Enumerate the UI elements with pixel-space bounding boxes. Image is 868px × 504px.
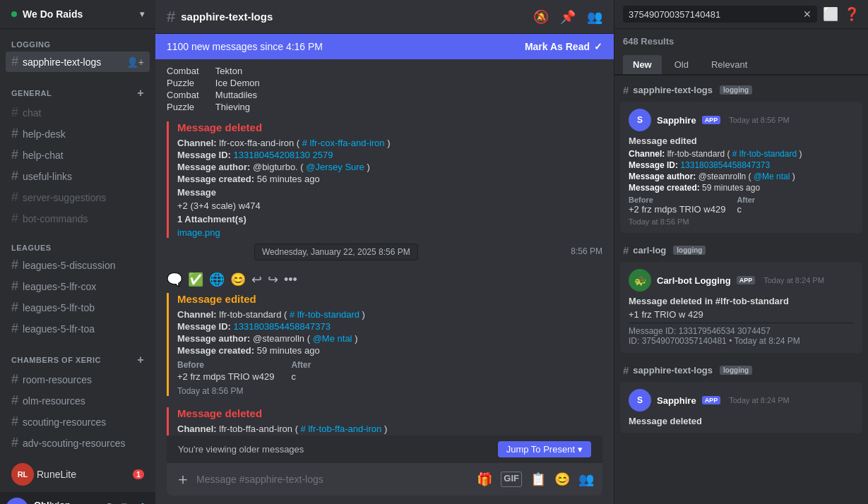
timestamp: Today at 8:24 PM — [729, 396, 790, 404]
channel-name: help-desk — [23, 128, 66, 140]
avatar: S — [629, 389, 651, 412]
add-member-icon: 👤+ — [126, 56, 144, 68]
tab-relevant[interactable]: Relevant — [701, 55, 757, 74]
message-input-wrapper: ＋ 🎁 GIF 📋 😊 👥 — [167, 463, 602, 496]
channel-link[interactable]: # lfr-tob-ffa-and-iron — [301, 424, 382, 434]
result-message-3[interactable]: S Sapphire APP Today at 8:24 PM Message … — [620, 382, 862, 433]
channel-link[interactable]: # lfr-tob-standard — [732, 149, 797, 159]
channel-link[interactable]: # lfr-cox-ffa-and-iron — [302, 138, 385, 148]
channel-link[interactable]: # lfr-tob-standard — [290, 309, 359, 320]
channel-item-bot-commands[interactable]: # bot-commands — [6, 208, 150, 229]
window-icon[interactable]: ⬜ — [823, 6, 838, 22]
runelite-label: RuneLite — [37, 469, 76, 480]
redo-icon[interactable]: ↪ — [268, 272, 278, 287]
help-icon[interactable]: ❓ — [844, 6, 860, 22]
date-tooltip: Wednesday, January 22, 2025 8:56 PM — [254, 244, 418, 260]
chat-messages[interactable]: CombatTekton PuzzleIce Demon CombatMutta… — [155, 59, 614, 436]
channel-item-server-suggestions[interactable]: # server-suggestions — [6, 187, 150, 208]
timestamp: Today at 8:24 PM — [763, 276, 824, 284]
result-title: Message edited — [629, 136, 854, 146]
gif-icon[interactable]: GIF — [501, 472, 522, 487]
hash-icon: # — [11, 211, 18, 226]
attachment-link[interactable]: image.png — [177, 227, 602, 238]
channel-item-adv-scouting-resources[interactable]: # adv-scouting-resources — [6, 433, 150, 453]
id-meta: ID: 375490700357140481 • Today at 8:24 P… — [629, 336, 854, 346]
table-row: PuzzleIce Demon — [167, 77, 280, 89]
search-results[interactable]: # sapphire-text-logs logging S Sapphire … — [614, 76, 868, 504]
channel-item-help-desk[interactable]: # help-desk — [6, 124, 150, 144]
channel-item-chat[interactable]: # chat — [6, 102, 150, 123]
people-icon[interactable]: 👥 — [578, 472, 594, 487]
sticker-icon[interactable]: 📋 — [530, 472, 546, 487]
leagues-section-label: LEAGUES — [6, 244, 150, 252]
user-panel: O Oblivion Invisible 🎤 🎧 ⚙️ — [0, 492, 155, 504]
pin-icon[interactable]: 📌 — [560, 9, 576, 25]
channel-item-sapphire-text-logs[interactable]: # sapphire-text-logs 👤+ — [6, 52, 150, 72]
message-id-link[interactable]: 1331803854458847373 — [234, 321, 331, 332]
tab-new[interactable]: New — [623, 55, 662, 74]
channel-item-scouting-resources[interactable]: # scouting-resources — [6, 412, 150, 432]
checkmark-icon[interactable]: ✅ — [188, 272, 203, 287]
channel-item-useful-links[interactable]: # useful-links — [6, 166, 150, 186]
add-channel-button[interactable]: + — [137, 87, 144, 100]
result-title: Message deleted in #lfr-tob-standard — [629, 296, 854, 306]
server-header[interactable]: We Do Raids ▾ — [0, 0, 155, 29]
channel-item-leagues-5-lfr-tob[interactable]: # leagues-5-lfr-tob — [6, 297, 150, 318]
channel-item-help-chat[interactable]: # help-chat — [6, 145, 150, 165]
tab-old[interactable]: Old — [665, 55, 698, 74]
channel-item-olm-resources[interactable]: # olm-resources — [6, 390, 150, 411]
channel-name: leagues-5-lfr-toa — [23, 323, 95, 335]
channel-name: sapphire-text-logs — [23, 56, 101, 68]
gift-icon[interactable]: 🎁 — [477, 472, 492, 487]
add-attachment-button[interactable]: ＋ — [175, 469, 191, 490]
hash-icon: # — [11, 279, 18, 294]
mark-as-read-button[interactable]: Mark As Read ✓ — [525, 41, 602, 52]
hash-icon: # — [11, 372, 18, 387]
channel-item-leagues-5-discussion[interactable]: # leagues-5-discussion — [6, 255, 150, 275]
members-icon[interactable]: 👥 — [587, 9, 602, 25]
user-info: Oblivion Invisible — [34, 500, 93, 505]
app-badge: APP — [702, 396, 721, 404]
jump-to-present-button[interactable]: Jump To Present ▾ — [498, 441, 591, 457]
timestamp: Today at 8:56 PM — [729, 116, 790, 124]
more-icon[interactable]: ••• — [284, 272, 297, 287]
reply-icon[interactable]: 🗨️ — [167, 272, 182, 287]
search-input[interactable] — [629, 9, 803, 20]
channel-name: olm-resources — [23, 395, 85, 407]
logging-section-label: LOGGING — [6, 40, 150, 49]
hash-icon: # — [11, 169, 18, 184]
add-channel-button[interactable]: + — [137, 354, 144, 366]
message-input[interactable] — [196, 474, 471, 485]
message-deleted-block-2: Message deleted Channel: lfr-tob-ffa-and… — [155, 404, 614, 436]
channel-name: sapphire-text-logs — [633, 85, 713, 95]
channel-name: server-suggestions — [23, 192, 106, 203]
hash-icon: # — [11, 436, 18, 450]
channel-item-leagues-5-lfr-cox[interactable]: # leagues-5-lfr-cox — [6, 276, 150, 296]
right-panel: ✕ ⬜ ❓ 648 Results New Old Relevant # sap… — [614, 0, 868, 504]
ba-timestamp: Today at 8:56 PM — [177, 386, 602, 396]
emoji-icon[interactable]: 😊 — [554, 472, 570, 487]
before-after-result: Before +2 frz mdps TRIO w429 After c — [629, 196, 854, 215]
close-icon[interactable]: ✕ — [803, 8, 811, 20]
message-deleted-title-2: Message deleted — [177, 407, 602, 419]
result-message-1[interactable]: S Sapphire APP Today at 8:56 PM Message … — [620, 102, 862, 233]
undo-icon[interactable]: ↩ — [251, 272, 262, 287]
author-link[interactable]: @Me ntal — [313, 333, 352, 344]
mute-icon[interactable]: 🔕 — [533, 9, 549, 25]
runelite-item[interactable]: RL RuneLite 1 — [6, 460, 150, 489]
channel-name: carl-log — [633, 245, 666, 256]
message-id-link[interactable]: 133180454208130 2579 — [234, 150, 333, 160]
author-link[interactable]: @Jersey Sure — [306, 162, 364, 172]
reaction-icon[interactable]: 😊 — [230, 272, 246, 287]
search-bar: ✕ ⬜ ❓ — [614, 0, 868, 29]
server-sidebar: We Do Raids ▾ LOGGING # sapphire-text-lo… — [0, 0, 155, 504]
emoji-icon[interactable]: 🌐 — [209, 272, 225, 287]
channel-item-room-resources[interactable]: # room-resources — [6, 369, 150, 390]
sender-name: Sapphire — [657, 115, 696, 126]
message-edited-title: Message edited — [177, 293, 602, 305]
result-message-2[interactable]: 🐢 Carl-bot Logging APP Today at 8:24 PM … — [620, 262, 862, 353]
input-icons: 🎁 GIF 📋 😊 👥 — [477, 472, 594, 487]
channel-item-leagues-5-lfr-toa[interactable]: # leagues-5-lfr-toa — [6, 318, 150, 339]
channel-header-name: sapphire-text-logs — [181, 11, 273, 23]
log-badge: logging — [720, 85, 752, 95]
